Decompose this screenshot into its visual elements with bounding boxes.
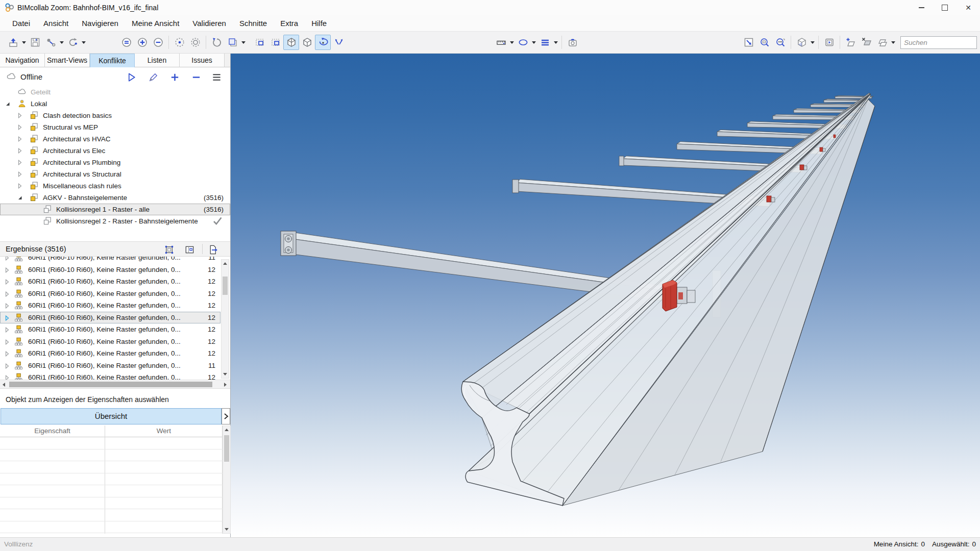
zoom-selection-button[interactable]: [772, 35, 788, 50]
link-issues-dropdown[interactable]: [59, 35, 65, 50]
spot-object-button[interactable]: [187, 35, 203, 50]
clash-marker[interactable]: [834, 135, 836, 138]
zoom-out-button[interactable]: [150, 35, 166, 50]
ellipse-annotation-button[interactable]: [515, 35, 531, 50]
menu-item-meine-ansicht[interactable]: Meine Ansicht: [125, 15, 186, 31]
tree-item[interactable]: Architectural vs Plumbing: [0, 157, 230, 168]
maximize-button[interactable]: [933, 0, 957, 15]
scroll-down-button[interactable]: [222, 370, 229, 378]
menu-item-schnitte[interactable]: Schnitte: [233, 15, 274, 31]
scroll-up-button[interactable]: [223, 426, 230, 434]
play-button[interactable]: [126, 71, 138, 83]
result-row[interactable]: 60Ri1 (Ri60-10 Ri60), Keine Raster gefun…: [0, 299, 220, 312]
properties-expand-button[interactable]: [222, 408, 230, 424]
menu-item-ansicht[interactable]: Ansicht: [37, 15, 75, 31]
tab-smart-views[interactable]: Smart-Views: [45, 54, 90, 67]
menu-item-datei[interactable]: Datei: [6, 15, 37, 31]
zoom-in-button[interactable]: [134, 35, 150, 50]
zoom-to-result-button[interactable]: [162, 243, 176, 256]
full-extents-button[interactable]: [741, 35, 756, 50]
beam-end-plate[interactable]: [281, 231, 296, 256]
result-row[interactable]: 60Ri1 (Ri60-10 Ri60), Keine Raster gefun…: [0, 323, 220, 336]
result-row[interactable]: 60Ri1 (Ri60-10 Ri60), Keine Raster gefun…: [0, 288, 220, 300]
ellipse-annotation-dropdown[interactable]: [531, 35, 537, 50]
results-horizontal-scrollbar[interactable]: [0, 380, 230, 388]
scroll-left-button[interactable]: [0, 381, 8, 388]
spot-view-button[interactable]: [172, 35, 187, 50]
viewport-3d[interactable]: [231, 54, 980, 537]
hide-cube-button[interactable]: [299, 35, 315, 50]
link-issues-button[interactable]: [43, 35, 59, 50]
result-row[interactable]: 60Ri1 (Ri60-10 Ri60), Keine Raster gefun…: [0, 360, 220, 372]
line-thickness-dropdown[interactable]: [553, 35, 559, 50]
tree-item[interactable]: AGKV - Bahnsteigelemente(3516): [0, 192, 230, 204]
tag-add-button[interactable]: [843, 35, 859, 50]
tree-item[interactable]: Architectural vs Elec: [0, 145, 230, 157]
edit-button[interactable]: [147, 71, 159, 83]
remove-button[interactable]: [190, 71, 202, 83]
tree-item[interactable]: Architectural vs Structural: [0, 168, 230, 180]
search-input[interactable]: [900, 36, 977, 49]
export-results-button[interactable]: [206, 243, 219, 256]
measure-button[interactable]: [493, 35, 509, 50]
tab-konflikte[interactable]: Konflikte: [90, 54, 135, 67]
tag-remove-button[interactable]: [859, 35, 874, 50]
scroll-right-button[interactable]: [222, 381, 230, 388]
viewpoint-button[interactable]: [821, 35, 837, 50]
tab-issues[interactable]: Issues: [180, 54, 225, 67]
tab-navigation[interactable]: Navigation: [0, 54, 45, 67]
scrollbar-thumb[interactable]: [223, 277, 228, 295]
results-vertical-scrollbar[interactable]: [221, 259, 229, 379]
copy-view-button[interactable]: [225, 35, 240, 50]
tree-item[interactable]: Architectural vs HVAC: [0, 133, 230, 145]
refresh-model-dropdown[interactable]: [81, 35, 87, 50]
tree-item[interactable]: Miscellaneous clash rules: [0, 180, 230, 192]
scroll-up-button[interactable]: [222, 260, 229, 267]
result-row[interactable]: 60Ri1 (Ri60-10 Ri60), Keine Raster gefun…: [0, 347, 220, 360]
result-row[interactable]: 60Ri1 (Ri60-10 Ri60), Keine Raster gefun…: [0, 264, 220, 276]
measure-dropdown[interactable]: [509, 35, 515, 50]
tree-item[interactable]: Clash detection basics: [0, 110, 230, 121]
tree-item[interactable]: Kollisionsregel 2 - Raster - Bahnsteigel…: [0, 215, 230, 227]
bounding-box-dropdown[interactable]: [810, 35, 816, 50]
add-button[interactable]: [168, 71, 181, 83]
tree-item[interactable]: Lokal: [0, 98, 230, 110]
properties-vertical-scrollbar[interactable]: [223, 425, 231, 534]
result-row[interactable]: 60Ri1 (Ri60-10 Ri60), Keine Raster gefun…: [0, 371, 220, 380]
fly-mode-button[interactable]: [331, 35, 347, 50]
copy-view-dropdown[interactable]: [240, 35, 247, 50]
line-thickness-button[interactable]: [537, 35, 553, 50]
scrollbar-thumb[interactable]: [9, 382, 212, 387]
menu-item-navigieren[interactable]: Navigieren: [75, 15, 125, 31]
tag-list-dropdown[interactable]: [890, 35, 896, 50]
select-rectangle-button[interactable]: [252, 35, 267, 50]
tree-item[interactable]: Geteilt: [0, 86, 230, 98]
result-row[interactable]: 60Ri1 (Ri60-10 Ri60), Keine Raster gefun…: [0, 257, 220, 264]
minimize-button[interactable]: [910, 0, 933, 15]
zoom-window-button[interactable]: [756, 35, 772, 50]
close-button[interactable]: ✕: [957, 0, 980, 15]
snapshot-button[interactable]: [565, 35, 580, 50]
reset-view-button[interactable]: [209, 35, 225, 50]
result-row[interactable]: 60Ri1 (Ri60-10 Ri60), Keine Raster gefun…: [0, 312, 220, 324]
tree-item[interactable]: Structural vs MEP: [0, 121, 230, 133]
menu-item-validieren[interactable]: Validieren: [186, 15, 233, 31]
menu-item-hilfe[interactable]: Hilfe: [305, 15, 333, 31]
tag-list-button[interactable]: [874, 35, 890, 50]
result-row[interactable]: 60Ri1 (Ri60-10 Ri60), Keine Raster gefun…: [0, 276, 220, 288]
result-row[interactable]: 60Ri1 (Ri60-10 Ri60), Keine Raster gefun…: [0, 336, 220, 348]
open-model-dropdown[interactable]: [21, 35, 27, 50]
select-inside-button[interactable]: [267, 35, 283, 50]
tab-listen[interactable]: Listen: [135, 54, 180, 67]
bounding-box-button[interactable]: [794, 35, 810, 50]
overview-tab-button[interactable]: Übersicht: [1, 408, 222, 424]
menu-item-extra[interactable]: Extra: [274, 15, 305, 31]
scroll-down-button[interactable]: [223, 525, 230, 533]
zoom-extents-button[interactable]: [118, 35, 134, 50]
result-components-button[interactable]: [183, 243, 196, 256]
open-model-button[interactable]: [5, 35, 21, 50]
viewport-3d-model[interactable]: [231, 54, 980, 537]
scrollbar-thumb[interactable]: [224, 435, 229, 462]
orbit-mode-button[interactable]: [315, 35, 331, 50]
section-cube-button[interactable]: [283, 35, 299, 50]
